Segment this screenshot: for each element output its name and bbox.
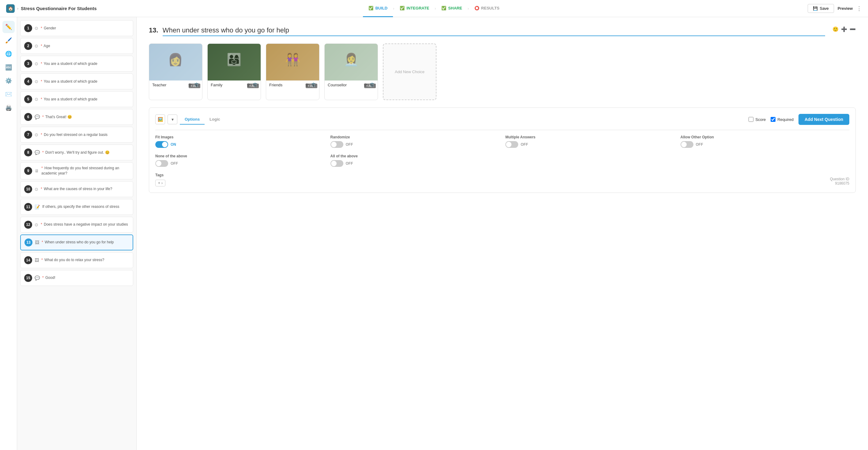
text-icon-btn[interactable]: 🔤 xyxy=(2,61,15,73)
multiple-answers-group: Multiple Answers OFF xyxy=(505,135,675,148)
choice-card-friends[interactable]: 👭 + ALT Friends 🗑 ⚙️ xyxy=(266,43,319,100)
question-list-item-11[interactable]: 11 📝 If others, pls specify the other re… xyxy=(20,199,133,215)
question-list-item-13[interactable]: 13 🖼 * When under stress who do you go f… xyxy=(20,234,133,250)
step-share[interactable]: ✅ SHARE xyxy=(436,0,468,17)
fit-images-state: ON xyxy=(170,142,176,147)
randomize-toggle[interactable] xyxy=(331,141,343,148)
randomize-group: Randomize OFF xyxy=(331,135,500,148)
multiple-answers-toggle[interactable] xyxy=(505,141,518,148)
question-type-icon-6: 💬 xyxy=(35,115,40,119)
tags-row: Tags + › Question ID 9186075 xyxy=(155,173,849,186)
question-list-item-5[interactable]: 5 ⊙ * You are a student of which grade xyxy=(20,91,133,107)
question-type-icon-13: 🖼 xyxy=(35,240,39,245)
options-top-bar: 🖼️ ▾ Options Logic Score Required xyxy=(155,114,849,125)
score-checkbox[interactable] xyxy=(749,117,753,122)
alt-badge-family[interactable]: + ALT xyxy=(247,84,259,88)
question-text-4: * You are a student of which grade xyxy=(41,79,129,84)
question-list-item-2[interactable]: 2 ⊙ * Age xyxy=(20,38,133,54)
question-id-label: Question ID xyxy=(830,177,849,181)
question-list-item-10[interactable]: 10 ⊙ * What are the causes of stress in … xyxy=(20,181,133,197)
question-type-icon-12: ⊙ xyxy=(35,222,38,227)
globe-icon-btn[interactable]: 🌐 xyxy=(2,48,15,60)
none-above-toggle[interactable] xyxy=(155,160,168,167)
save-button[interactable]: 💾 Save xyxy=(808,4,834,13)
question-list-item-3[interactable]: 3 ⊙ * You are a student of which grade xyxy=(20,56,133,72)
image-type-button[interactable]: 🖼️ xyxy=(155,115,165,124)
question-list-item-8[interactable]: 8 💬 * Don't worry.. We'll try and figure… xyxy=(20,144,133,160)
choice-card-teacher[interactable]: 👩 + ALT Teacher 🗑 ⚙️ xyxy=(149,43,203,100)
none-above-group: None of the above OFF xyxy=(155,154,324,167)
icon-sidebar: ✏️ 🖌️ 🌐 🔤 ⚙️ ✉️ 🖨️ xyxy=(0,17,17,450)
question-number-10: 10 xyxy=(24,185,32,193)
question-list-item-15[interactable]: 15 💬 * Good! xyxy=(20,270,133,286)
tab-options[interactable]: Options xyxy=(180,115,205,125)
print-icon-btn[interactable]: 🖨️ xyxy=(2,102,15,114)
add-tag-button[interactable]: + › xyxy=(155,180,165,186)
add-new-choice-button[interactable]: Add New Choice xyxy=(383,43,436,100)
question-text-13: * When under stress who do you go for he… xyxy=(42,240,129,245)
settings-icon-btn[interactable]: ⚙️ xyxy=(2,75,15,87)
all-above-toggle[interactable] xyxy=(331,160,343,167)
allow-other-label: Allow Other Option xyxy=(681,135,849,139)
step-results[interactable]: ⭕ RESULTS xyxy=(469,0,505,17)
question-list-item-14[interactable]: 14 🖼 * What do you do to relax your stre… xyxy=(20,252,133,268)
score-checkbox-label[interactable]: Score xyxy=(749,117,766,122)
choice-card-family[interactable]: 👨‍👩‍👧 + ALT Family 🗑 ⚙️ xyxy=(207,43,261,100)
question-number-4: 4 xyxy=(24,77,32,86)
top-navigation: 🏠 › Stress Questionnaire For Students ✅ … xyxy=(0,0,868,17)
choice-card-counsellor[interactable]: 👩‍💼 + ALT Counsellor 🗑 ⚙️ xyxy=(324,43,378,100)
preview-button[interactable]: Preview xyxy=(838,6,853,11)
tags-label: Tags xyxy=(155,173,165,177)
home-icon[interactable]: 🏠 xyxy=(6,4,15,13)
page-title: Stress Questionnaire For Students xyxy=(21,6,97,11)
question-list-item-1[interactable]: 1 ⊙ * Gender xyxy=(20,20,133,36)
plus-circle-icon[interactable]: ➕ xyxy=(841,26,847,32)
nav-right: 💾 Save Preview ⋮ xyxy=(505,4,862,13)
question-list-item-12[interactable]: 12 ⊙ * Does stress have a negative impac… xyxy=(20,217,133,233)
choice-image-friends: 👭 xyxy=(266,44,319,81)
alt-badge-teacher[interactable]: + ALT xyxy=(189,84,200,88)
alt-badge-friends[interactable]: + ALT xyxy=(306,84,317,88)
required-checkbox-label[interactable]: Required xyxy=(771,117,794,122)
allow-other-toggle-row: OFF xyxy=(681,141,849,148)
randomize-label: Randomize xyxy=(331,135,500,139)
question-list-item-7[interactable]: 7 ⊙ * Do you feel stressed on a regular … xyxy=(20,127,133,143)
question-id-value: 9186075 xyxy=(835,181,849,186)
fit-images-label: Fit Images xyxy=(155,135,324,139)
question-list-item-6[interactable]: 6 💬 * That's Great! 😊 xyxy=(20,109,133,125)
main-content: 13. . 🙂 ➕ ➖ 👩 + ALT Teacher 🗑 ⚙️ xyxy=(136,17,868,450)
smiley-icon[interactable]: 🙂 xyxy=(833,26,839,32)
required-checkbox[interactable] xyxy=(771,117,775,122)
tags-section: Tags + › xyxy=(155,173,165,186)
randomize-toggle-row: OFF xyxy=(331,141,500,148)
dropdown-button[interactable]: ▾ xyxy=(167,115,177,124)
question-number-3: 3 xyxy=(24,60,32,68)
question-list-item-9[interactable]: 9 🖥 * How frequently do you feel stresse… xyxy=(20,162,133,180)
question-list-item-4[interactable]: 4 ⊙ * You are a student of which grade xyxy=(20,73,133,89)
options-toolbar-left: 🖼️ ▾ Options Logic xyxy=(155,115,225,124)
question-number-7: 7 xyxy=(24,131,32,139)
options-panel: 🖼️ ▾ Options Logic Score Required xyxy=(149,107,856,193)
question-text-6: * That's Great! 😊 xyxy=(42,115,129,120)
question-title-input[interactable] xyxy=(163,26,825,36)
alt-badge-counsellor[interactable]: + ALT xyxy=(364,84,376,88)
question-type-icon-8: 💬 xyxy=(35,150,40,155)
more-options-icon[interactable]: ⋮ xyxy=(856,5,862,12)
add-next-question-button[interactable]: Add Next Question xyxy=(799,114,849,125)
question-actions: 🙂 ➕ ➖ xyxy=(830,26,856,32)
minus-circle-icon[interactable]: ➖ xyxy=(849,26,856,32)
question-number-13: 13 xyxy=(25,238,32,247)
step-integrate[interactable]: ✅ INTEGRATE xyxy=(394,0,435,17)
step-build[interactable]: ✅ BUILD xyxy=(363,0,393,17)
allow-other-toggle[interactable] xyxy=(681,141,693,148)
question-text-10: * What are the causes of stress in your … xyxy=(41,186,129,192)
question-number-9: 9 xyxy=(24,167,32,175)
paint-icon-btn[interactable]: 🖌️ xyxy=(2,34,15,46)
choices-grid: 👩 + ALT Teacher 🗑 ⚙️ 👨‍👩‍👧 + ALT Family … xyxy=(149,43,856,100)
question-number-1: 1 xyxy=(24,24,32,32)
question-type-icon-1: ⊙ xyxy=(35,26,38,31)
edit-icon-btn[interactable]: ✏️ xyxy=(2,21,15,33)
email-icon-btn[interactable]: ✉️ xyxy=(2,88,15,100)
tab-logic[interactable]: Logic xyxy=(205,115,225,125)
fit-images-toggle[interactable] xyxy=(155,141,168,148)
